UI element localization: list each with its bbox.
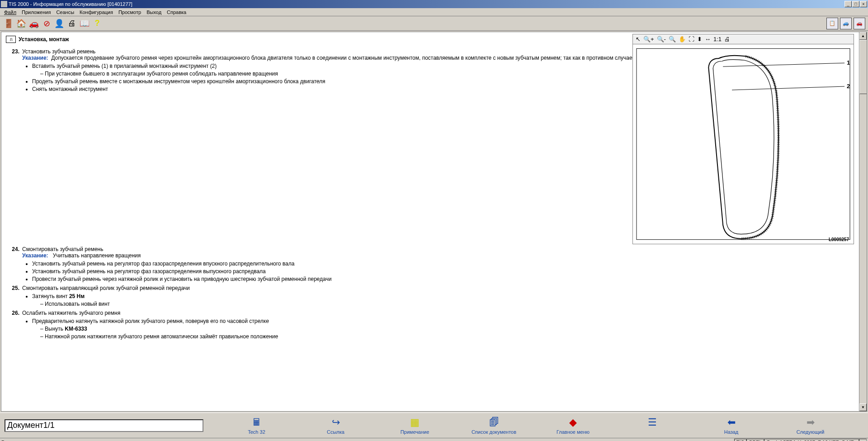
tool-r2-icon[interactable]: 🚙	[840, 18, 852, 29]
print-diagram-icon[interactable]: 🖨	[724, 36, 730, 43]
scroll-down-button[interactable]: ▼	[859, 403, 867, 411]
btn-link[interactable]: ↪Ссылка	[309, 417, 363, 435]
step-26: 26. Ослабить натяжитель зубчатого ремня	[10, 310, 867, 316]
section-title: Установка, монтаж	[19, 36, 69, 43]
btn-tech32[interactable]: 🖩Tech 32	[230, 417, 284, 435]
diagram-toolbar: ↖ 🔍+ 🔍- 🔍 ✋ ⛶ ⬍ ↔ 1:1 🖨	[633, 34, 854, 44]
menu-exit[interactable]: Выход	[144, 9, 164, 15]
menu-sessions[interactable]: Сеансы	[53, 9, 77, 15]
document-field[interactable]: Документ1/1	[5, 419, 203, 432]
user-icon[interactable]: 👤	[53, 18, 65, 29]
menu-view[interactable]: Просмотр	[116, 9, 144, 15]
pan-icon[interactable]: ✋	[679, 36, 686, 43]
zoom-in-icon[interactable]: 🔍+	[643, 36, 654, 43]
fit-height-icon[interactable]: ⬍	[697, 36, 702, 43]
btn-list[interactable]: ☰x	[625, 417, 679, 435]
close-button[interactable]: ×	[860, 1, 867, 7]
diamond-icon: ◆	[566, 417, 580, 428]
home-icon[interactable]: 🏠	[15, 18, 27, 29]
arrow-right-icon: ➡	[804, 417, 817, 428]
app-icon	[1, 1, 7, 7]
link-arrow-icon: ↪	[329, 417, 343, 428]
content-area: ⎍ Установка, монтаж 23. Установить зубча…	[1, 32, 867, 412]
tool-r1-icon[interactable]: 📋	[826, 18, 838, 29]
section-icon: ⎍	[6, 36, 16, 43]
car-icon[interactable]: 🚗	[28, 18, 40, 29]
scale-11-icon[interactable]: 1:1	[713, 36, 722, 43]
cancel-icon[interactable]: ⊘	[41, 18, 52, 29]
menu-apps[interactable]: Приложения	[19, 9, 53, 15]
note-icon: ▦	[408, 417, 422, 428]
titlebar: TIS 2000 - Информация по обслуживанию [0…	[0, 0, 868, 8]
fit-width-icon[interactable]: ⛶	[689, 36, 694, 43]
diagram-svg[interactable]: 1 2	[633, 44, 854, 244]
menubar: Файл Приложения Сеансы Конфигурация Прос…	[0, 8, 868, 16]
step-26-bullets: Предварительно натянуть натяжной ролик з…	[32, 318, 867, 340]
book-icon[interactable]: 📖	[79, 18, 90, 29]
status-vehicle: Opel, ASTRA-H, 2007, Z 16 XER, 5-MT	[764, 439, 859, 441]
menu-help[interactable]: Справка	[164, 9, 189, 15]
menu-file[interactable]: Файл	[1, 9, 19, 15]
documents-icon: 🗐	[487, 417, 501, 428]
status-tis: TIS	[734, 439, 746, 441]
step-24-bullets: Установить зубчатый ремень на регулятор …	[32, 261, 867, 282]
menu-config[interactable]: Конфигурация	[77, 9, 116, 15]
minimize-button[interactable]: _	[844, 1, 852, 7]
btn-mainmenu[interactable]: ◆Главное меню	[546, 417, 600, 435]
exit-icon[interactable]: 🚪	[3, 18, 14, 29]
status-make: OPEL	[746, 439, 764, 441]
svg-rect-0	[637, 48, 850, 239]
zoom-icon[interactable]: 🔍	[669, 36, 676, 43]
toolbar-main: 🚪 🏠 🚗 ⊘ 👤 🖨 📖 ? 📋 🚙 🚗	[0, 16, 868, 31]
fit-page-icon[interactable]: ↔	[705, 36, 711, 43]
pointer-icon[interactable]: ↖	[636, 36, 641, 43]
status-ready: Готово	[1, 440, 17, 441]
arrow-left-icon: ⬅	[725, 417, 738, 428]
scrollbar-vertical[interactable]: ▲ ▼	[859, 32, 867, 411]
zoom-out-icon[interactable]: 🔍-	[657, 36, 666, 43]
step-25-bullets: Затянуть винт 25 Нм Использовать новый в…	[32, 293, 867, 307]
scroll-thumb[interactable]	[859, 40, 867, 94]
bottom-bar: Документ1/1 🖩Tech 32 ↪Ссылка ▦Примечание…	[0, 413, 868, 438]
tool-r3-icon[interactable]: 🚗	[854, 18, 865, 29]
step-25: 25. Смонтировать направляющий ролик зубч…	[10, 285, 867, 291]
btn-next[interactable]: ➡Следующий	[783, 417, 838, 435]
help-icon[interactable]: ?	[91, 18, 103, 29]
calculator-icon: 🖩	[250, 417, 264, 428]
maximize-button[interactable]: □	[852, 1, 859, 7]
btn-back[interactable]: ⬅Назад	[704, 417, 759, 435]
scroll-up-button[interactable]: ▲	[859, 32, 867, 40]
list-icon: ☰	[646, 417, 659, 428]
window-title: TIS 2000 - Информация по обслуживанию [0…	[9, 1, 132, 7]
status-indicator-icon: ●	[859, 439, 867, 441]
btn-doclist[interactable]: 🗐Список документов	[467, 417, 521, 435]
step-24: 24. Смонтировать зубчатый ремень Указани…	[10, 246, 867, 259]
btn-note[interactable]: ▦Примечание	[388, 417, 442, 435]
print-icon[interactable]: 🖨	[66, 18, 78, 29]
statusbar: Готово TIS OPEL Opel, ASTRA-H, 2007, Z 1…	[0, 438, 868, 441]
diagram-id: L0009257	[829, 237, 849, 242]
svg-text:1: 1	[847, 59, 850, 66]
svg-text:2: 2	[847, 83, 850, 90]
diagram-panel: ↖ 🔍+ 🔍- 🔍 ✋ ⛶ ⬍ ↔ 1:1 🖨	[632, 34, 854, 244]
